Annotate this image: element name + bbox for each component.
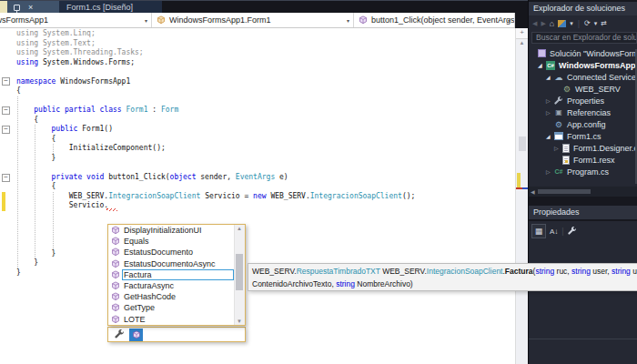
properties-panel-title[interactable]: Propiedades <box>529 206 637 219</box>
tree-item[interactable]: Solución "WindowsFormsApp1" <box>529 47 637 59</box>
collapse-arrow-icon[interactable]: ◢ <box>546 74 554 80</box>
chevron-down-icon: ▾ <box>145 17 147 24</box>
splitter-handle-icon[interactable]: + <box>516 28 528 39</box>
categorized-icon[interactable]: ▦ <box>531 224 546 238</box>
method-icon <box>111 259 120 268</box>
project-dropdown[interactable]: WindowsFormsApp1 ▾ <box>0 13 152 27</box>
sync-icon[interactable]: ⇄ <box>601 19 607 27</box>
tree-horizontal-scrollbar[interactable]: ◀ <box>529 187 637 197</box>
wrench-filter-icon[interactable] <box>113 329 126 341</box>
tree-item[interactable]: Form1.resx <box>529 154 637 166</box>
member-dropdown[interactable]: button1_Click(object sender, EventArgs e… <box>354 13 515 27</box>
method-icon <box>111 281 120 290</box>
code-line <box>16 163 415 173</box>
tree-item[interactable]: ⚙WEB_SERV <box>529 83 637 95</box>
tree-item-label: Referencias <box>567 108 611 117</box>
tree-item[interactable]: ◢☁Connected Services <box>529 71 637 83</box>
document-tab-strip: × Form1.cs [Diseño] <box>0 0 528 13</box>
tree-item[interactable]: ◢C#WindowsFormsApp1 <box>529 59 637 71</box>
code-line: public partial class Form1 : Form <box>16 106 415 116</box>
collapse-arrow-icon[interactable]: ◢ <box>546 133 554 139</box>
solution-explorer-title[interactable]: Explorador de soluciones <box>529 2 637 15</box>
chevron-down-icon[interactable]: ▾ <box>570 20 573 27</box>
references-icon: ▣ <box>554 108 563 117</box>
collapse-box-icon[interactable]: − <box>2 174 10 182</box>
caret-position-mark <box>516 187 529 189</box>
scrollbar-thumb[interactable] <box>538 189 591 194</box>
tree-item-label: Form1.resx <box>573 156 615 165</box>
expand-arrow-icon[interactable]: ▷ <box>554 145 562 151</box>
completion-item[interactable]: GetHashCode <box>108 291 235 302</box>
method-icon <box>111 237 120 246</box>
properties-divider <box>529 339 637 339</box>
completion-item[interactable]: EstatusDocumentoAsync <box>108 258 235 269</box>
tab-form1-cs[interactable]: Form1.cs [Diseño] <box>59 1 162 14</box>
code-editor[interactable]: − − − − using System.Linq;using System.T… <box>0 28 515 364</box>
scrollbar-thumb[interactable] <box>236 254 243 290</box>
code-line: { <box>16 135 415 145</box>
expand-arrow-icon[interactable]: ▷ <box>546 97 554 104</box>
class-dropdown-label: WindowsFormsApp1.Form1 <box>169 15 271 25</box>
tree-item-label: Connected Services <box>567 73 637 82</box>
right-tool-panels: Explorador de soluciones ◀▶⌂▾|⟳▾⇄ Buscar… <box>528 0 637 364</box>
chevron-down-icon[interactable]: ▾ <box>594 20 598 27</box>
code-line: using System.Linq; <box>16 29 415 39</box>
completion-filter-bar <box>107 327 246 342</box>
back-icon[interactable]: ◀ <box>532 20 537 27</box>
tree-item[interactable]: ◢Form1.cs <box>529 130 637 142</box>
completion-item[interactable]: EstatusDocumento <box>108 247 235 258</box>
scroll-up-arrow-icon[interactable]: ▲ <box>235 226 244 231</box>
code-line: { <box>16 182 415 192</box>
class-icon <box>157 15 166 25</box>
methods-filter-icon[interactable] <box>129 329 143 341</box>
completion-item[interactable]: LOTE <box>108 314 235 325</box>
collapse-arrow-icon[interactable]: ◢ <box>538 62 546 68</box>
tree-item-label: Form1.cs <box>567 132 602 141</box>
expand-arrow-icon[interactable]: ▷ <box>546 168 554 175</box>
collapse-box-icon[interactable]: − <box>2 77 10 86</box>
tree-item-label: WindowsFormsApp1 <box>559 61 637 70</box>
wrench-icon <box>554 96 563 106</box>
tree-item[interactable]: ▷▣Referencias <box>529 106 637 118</box>
editor-vertical-scrollbar[interactable]: + ▲ <box>515 28 528 364</box>
pending-changes-icon[interactable]: ⟳ <box>584 19 591 27</box>
tree-item[interactable]: ▷Form1.Designer.cs <box>529 142 637 154</box>
tree-item[interactable]: ▷Properties <box>529 95 637 106</box>
alphabetical-sort-icon[interactable]: A↓ <box>550 228 558 236</box>
home-icon[interactable]: ⌂ <box>550 19 554 28</box>
completion-list[interactable]: DisplayInitializationUIEqualsEstatusDocu… <box>107 224 246 326</box>
search-input[interactable]: Buscar en Explorador de soluciones <box>531 32 637 44</box>
code-line: InitializeComponent(); <box>16 144 415 154</box>
code-line: using System.Windows.Forms; <box>16 58 415 68</box>
completion-item[interactable]: DisplayInitializationUI <box>108 225 235 236</box>
scroll-down-arrow-icon[interactable]: ▼ <box>235 318 244 324</box>
scrollbar-thumb[interactable] <box>519 136 526 151</box>
csharp-file-icon: C# <box>554 167 563 177</box>
class-dropdown[interactable]: WindowsFormsApp1.Form1 ▾ <box>152 13 354 27</box>
completion-scrollbar[interactable]: ▲ ▼ <box>234 225 245 325</box>
forward-icon[interactable]: ▶ <box>541 20 545 27</box>
pin-icon[interactable] <box>14 5 20 11</box>
switch-views-icon[interactable] <box>558 20 566 27</box>
method-icon <box>111 292 120 301</box>
completion-item[interactable]: Factura <box>108 269 235 280</box>
code-line: Servicio. <box>16 201 415 211</box>
scroll-left-arrow-icon[interactable]: ◀ <box>531 188 535 195</box>
completion-item[interactable]: GetType <box>108 302 235 313</box>
project-dropdown-label: WindowsFormsApp1 <box>0 15 48 25</box>
completion-item[interactable]: FacturaAsync <box>108 280 235 291</box>
wrench-icon[interactable] <box>568 227 581 236</box>
collapse-box-icon[interactable]: − <box>2 106 10 115</box>
expand-arrow-icon[interactable]: ▷ <box>546 109 554 116</box>
tree-item[interactable]: ▷C#Program.cs <box>529 166 637 177</box>
config-file-icon: ⚙ <box>554 120 563 129</box>
collapse-box-icon[interactable]: − <box>2 126 10 134</box>
scroll-up-arrow-icon[interactable]: ▲ <box>516 40 528 46</box>
completion-item[interactable]: Equals <box>108 236 235 247</box>
tree-item[interactable]: ⚙App.config <box>529 118 637 130</box>
close-icon[interactable]: × <box>28 2 33 14</box>
active-tab-fragment[interactable]: × <box>7 1 59 14</box>
tree-item-label: WEB_SERV <box>575 85 621 94</box>
autohide-tab-fragment <box>0 1 7 14</box>
tree-item-label: App.config <box>567 120 606 129</box>
